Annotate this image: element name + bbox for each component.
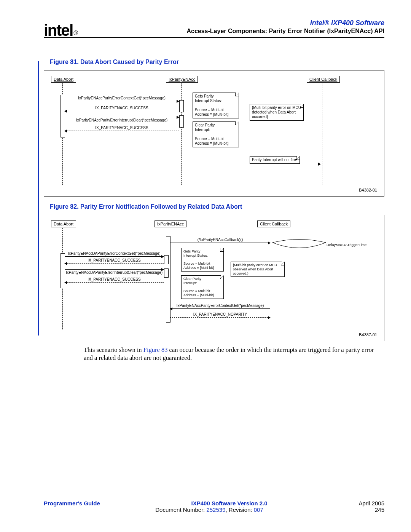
logo-registered-mark: ® — [73, 30, 77, 36]
note-no-fire: Parity Interrupt will not fire. — [250, 156, 300, 164]
footer-guide-label: Programmer's Guide — [44, 500, 100, 506]
msg-parity-context-get: IxParityENAccParityErrorContextGet(*pecM… — [170, 308, 270, 309]
note-get-status-2: Gets Parity Interrupt Status: Source = M… — [181, 248, 224, 272]
figure-82-caption: Figure 82. Parity Error Notification Fol… — [50, 203, 384, 210]
msg-success-2: IX_PARITYENACC_SUCCESS — [65, 131, 179, 131]
msg-da-success-2: IX_PARITYENACC_SUCCESS — [65, 282, 164, 283]
figure-81-diagram: Data Abort IxParityENAcc Client Callback… — [44, 70, 384, 197]
figure-81-id: B4382-01 — [359, 188, 377, 192]
msg-context-get: IxParityENAccParityErrorContextGet(*pecM… — [65, 101, 179, 101]
figure-81-caption: Figure 81. Data Abort Caused by Parity E… — [50, 59, 384, 66]
intel-logo: intel® — [44, 21, 76, 40]
msg-success-1: IX_PARITYENACC_SUCCESS — [65, 111, 179, 111]
msg-da-interrupt-clear: IxParityENAccDAParityErrorInterruptClear… — [65, 269, 164, 270]
note-get-status: Gets Parity Interrupt Status: Source = M… — [193, 93, 239, 118]
note-clear-2: Clear Parity Interrupt: Source = Multi-b… — [181, 275, 224, 299]
document-section-title: Access-Layer Components: Parity Error No… — [186, 28, 384, 35]
footer-doc-number: Document Number: 252539, Revision: 007 — [44, 506, 375, 513]
lifeline-data-abort: Data Abort — [51, 76, 76, 83]
delay-label: DelayMaxDATriggerTime — [327, 243, 366, 247]
body-paragraph: This scenario shown in Figure 83 can occ… — [84, 346, 384, 362]
note-multibit-detected: {Multi-bit parity error on MCU detected … — [250, 104, 304, 121]
lifeline-ixparityenacc: IxParityENAcc — [166, 76, 198, 83]
lifeline-ixparityenacc-2: IxParityENAcc — [155, 220, 186, 227]
page-number: 245 — [375, 506, 384, 513]
lifeline-client-callback: Client Callback — [307, 76, 340, 83]
delay-curve — [272, 238, 333, 253]
msg-da-context-get: IxParityENAccDAParityErrorContextGet(*pe… — [65, 256, 164, 257]
lifeline-client-callback-2: Client Callback — [257, 220, 290, 227]
page-footer: Programmer's Guide IXP400 Software Versi… — [44, 499, 384, 513]
document-product-title: Intel® IXP400 Software — [186, 19, 384, 27]
lifeline-data-abort-2: Data Abort — [51, 220, 76, 227]
note-observed: {Multi-bit parity error on MCU observed … — [231, 262, 285, 277]
msg-interrupt-clear: IxParityENAccParityErrorInterruptClear(*… — [65, 117, 179, 117]
figure-82-diagram: Data Abort IxParityENAcc Client Callback… — [44, 215, 384, 341]
change-bar — [38, 61, 39, 335]
figure-83-reference: Figure 83 — [143, 346, 168, 353]
msg-callback: (*IxParityENAccCallback)() — [170, 243, 270, 243]
note-clear-interrupt: Clear Parity Interrupt: Source = Multi-b… — [193, 121, 239, 147]
msg-noparity: IX_PARITYENACC_NOPARITY — [170, 317, 270, 318]
logo-text: intel — [44, 21, 73, 39]
page-header: intel® Intel® IXP400 Software Access-Lay… — [44, 19, 384, 38]
note-arrow — [298, 164, 320, 164]
figure-82-id: B4387-01 — [359, 332, 377, 337]
footer-version: IXP400 Software Version 2.0 — [100, 500, 359, 506]
msg-da-success-1: IX_PARITYENACC_SUCCESS — [65, 263, 164, 264]
footer-date: April 2005 — [358, 500, 384, 506]
